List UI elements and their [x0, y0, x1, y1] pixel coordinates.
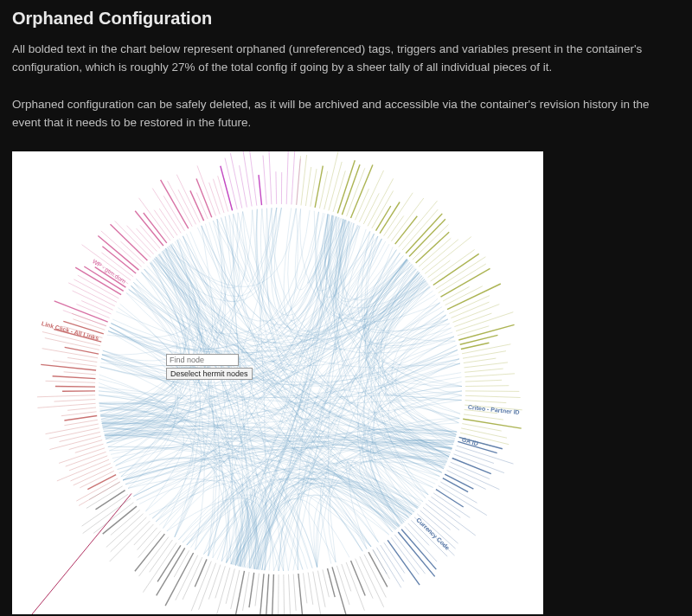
svg-line-193 — [41, 364, 96, 370]
chord-node-label[interactable]: Criteo - Partner ID — [468, 404, 520, 415]
svg-line-84 — [436, 489, 464, 506]
svg-line-60 — [465, 391, 519, 392]
svg-line-185 — [37, 403, 95, 407]
svg-line-14 — [356, 189, 369, 220]
svg-line-54 — [464, 358, 497, 363]
svg-line-191 — [53, 375, 96, 378]
svg-line-226 — [137, 228, 157, 251]
svg-line-183 — [61, 411, 97, 415]
svg-line-134 — [226, 568, 234, 604]
intro-paragraph-1: All bolded text in the chart below repre… — [12, 41, 670, 77]
svg-line-194 — [53, 361, 97, 366]
svg-line-55 — [465, 363, 509, 368]
svg-line-119 — [308, 572, 313, 604]
svg-line-228 — [135, 210, 163, 245]
svg-line-187 — [37, 395, 95, 396]
svg-line-174 — [59, 447, 105, 463]
svg-line-251 — [243, 151, 252, 207]
svg-line-190 — [46, 381, 96, 382]
svg-line-122 — [293, 574, 296, 610]
svg-line-206 — [54, 301, 108, 322]
svg-line-140 — [195, 559, 207, 587]
svg-line-161 — [82, 494, 128, 526]
svg-line-233 — [152, 188, 181, 233]
svg-line-29 — [413, 224, 449, 260]
svg-line-68 — [461, 428, 507, 438]
chord-node-label[interactable]: Currency Code — [414, 517, 451, 552]
svg-line-66 — [463, 419, 522, 428]
svg-line-224 — [115, 221, 151, 257]
svg-line-132 — [234, 571, 244, 614]
svg-line-229 — [144, 213, 167, 243]
svg-line-234 — [163, 196, 184, 230]
svg-line-222 — [120, 241, 144, 264]
svg-line-169 — [74, 467, 112, 485]
svg-line-225 — [127, 225, 154, 253]
svg-line-82 — [440, 482, 477, 503]
svg-line-100 — [388, 540, 420, 585]
svg-line-83 — [439, 485, 487, 515]
chord-diagram-container: Criteo - Partner IDGA IDCurrency CodeWP … — [12, 151, 543, 614]
svg-line-137 — [208, 564, 221, 599]
svg-line-175 — [75, 444, 104, 452]
svg-line-249 — [230, 153, 241, 208]
page-title: Orphaned Configuration — [12, 9, 680, 29]
svg-line-223 — [111, 224, 148, 260]
svg-line-99 — [391, 537, 419, 574]
svg-line-240 — [196, 192, 208, 219]
svg-line-235 — [161, 180, 189, 228]
svg-line-232 — [159, 209, 177, 235]
svg-line-139 — [191, 561, 211, 611]
svg-line-128 — [260, 574, 264, 614]
svg-line-180 — [46, 424, 99, 434]
svg-line-168 — [80, 471, 114, 488]
svg-line-171 — [57, 459, 109, 481]
svg-line-186 — [54, 399, 96, 401]
svg-line-113 — [336, 565, 349, 604]
svg-line-160 — [83, 498, 131, 533]
deselect-hermit-button[interactable]: Deselect hermit nodes — [166, 368, 253, 380]
svg-line-184 — [67, 407, 96, 410]
svg-line-46 — [454, 313, 491, 327]
svg-line-120 — [304, 573, 307, 603]
svg-line-126 — [272, 574, 274, 614]
svg-line-45 — [453, 304, 500, 322]
svg-line-260 — [297, 158, 301, 204]
svg-line-65 — [464, 414, 503, 420]
svg-line-192 — [64, 371, 96, 374]
intro-paragraph-2: Orphaned configuration can be safely del… — [12, 96, 670, 132]
svg-line-57 — [465, 373, 516, 376]
find-node-input[interactable] — [166, 354, 239, 366]
svg-line-118 — [313, 571, 324, 613]
svg-line-247 — [221, 165, 233, 210]
svg-line-124 — [284, 574, 285, 614]
svg-line-127 — [266, 574, 269, 613]
svg-line-245 — [218, 176, 228, 211]
svg-line-136 — [215, 566, 226, 598]
svg-line-48 — [458, 325, 490, 335]
svg-line-158 — [103, 506, 137, 534]
chord-diagram-svg[interactable]: Criteo - Partner IDGA IDCurrency CodeWP … — [12, 151, 543, 614]
svg-line-236 — [168, 181, 193, 227]
svg-line-75 — [454, 453, 504, 472]
svg-line-59 — [465, 385, 509, 386]
svg-line-203 — [73, 318, 105, 330]
svg-line-86 — [431, 497, 460, 517]
svg-line-254 — [263, 155, 266, 204]
svg-line-231 — [154, 209, 174, 237]
svg-line-62 — [465, 400, 507, 402]
svg-line-129 — [255, 573, 259, 606]
svg-line-170 — [71, 463, 111, 480]
svg-line-146 — [157, 545, 181, 581]
svg-line-179 — [49, 427, 99, 438]
svg-line-47 — [456, 311, 513, 330]
svg-line-35 — [431, 249, 475, 281]
svg-line-73 — [457, 446, 514, 464]
svg-line-181 — [64, 420, 98, 425]
svg-line-36 — [433, 253, 479, 285]
svg-line-37 — [436, 256, 486, 288]
svg-line-189 — [55, 386, 95, 387]
svg-line-143 — [165, 553, 194, 606]
svg-line-154 — [110, 521, 151, 561]
svg-line-148 — [150, 540, 173, 572]
